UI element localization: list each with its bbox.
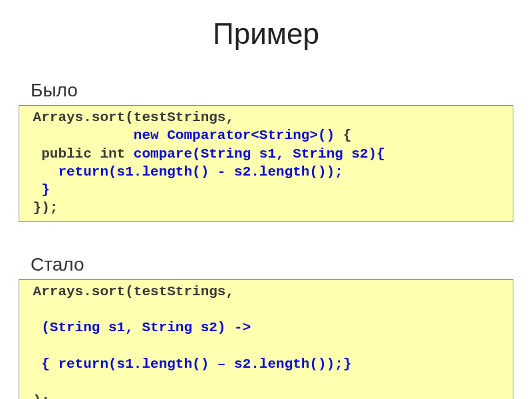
code-line: Arrays.sort(testStrings, [25, 284, 234, 299]
code-line: { [343, 128, 352, 143]
code-line: compare(String s1, String s2){ [134, 146, 385, 162]
code-box-before: Arrays.sort(testStrings, new Comparator<… [19, 105, 513, 222]
slide-title: Пример [0, 0, 532, 66]
code-line: return(s1.length() - s2.length()); [25, 164, 343, 180]
code-line: }); [25, 200, 58, 215]
code-line: Arrays.sort(testStrings, [25, 110, 234, 125]
code-line: { return(s1.length() – s2.length());} [25, 356, 351, 372]
code-line: (String s1, String s2) -> [25, 320, 251, 335]
section-label-after: Стало [31, 254, 532, 275]
code-line [25, 128, 134, 143]
code-line: new Comparator<String>() [134, 128, 343, 143]
code-line: } [25, 182, 50, 198]
slide: Пример Было Arrays.sort(testStrings, new… [0, 0, 532, 399]
code-line: public int [25, 146, 134, 162]
section-label-before: Было [31, 80, 532, 101]
code-box-after: Arrays.sort(testStrings, (String s1, Str… [19, 279, 513, 399]
code-line: ); [25, 393, 50, 399]
